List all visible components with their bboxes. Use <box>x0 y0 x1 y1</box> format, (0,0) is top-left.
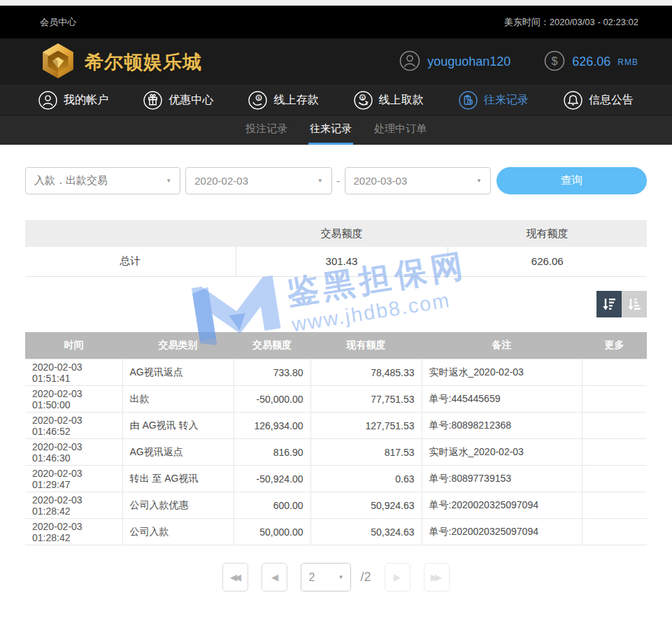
sub-nav: 投注记录 往来记录 处理中订单 <box>0 115 672 145</box>
nav-item-my-account[interactable]: 我的帐户 <box>38 91 108 110</box>
cell-trade-amount: 733.80 <box>234 359 310 386</box>
top-bar: 会员中心 美东时间：2020/03/03 - 02:23:02 <box>0 6 672 38</box>
first-page-button[interactable]: ◀◀ <box>222 563 248 592</box>
summary-trade-amount: 301.43 <box>236 247 448 276</box>
nav-item-announcements[interactable]: 信息公告 <box>564 91 634 110</box>
username: youguohan120 <box>427 55 510 69</box>
cell-trade-amount: 600.00 <box>234 492 310 519</box>
brand-logo-icon <box>40 43 76 82</box>
summary-total-row: 总计 301.43 626.06 <box>25 247 647 276</box>
table-row: 2020-02-03 01:51:41 AG视讯返点 733.80 78,485… <box>25 359 647 386</box>
cell-remark: 单号:80897739153 <box>422 466 582 492</box>
cell-type: 转出 至 AG视讯 <box>122 466 234 492</box>
cell-trade-amount: 816.90 <box>234 439 310 466</box>
nav-label: 信息公告 <box>589 93 634 108</box>
browser-top-strip <box>0 0 672 6</box>
cell-type: AG视讯返点 <box>122 359 234 386</box>
dollar-icon: $ <box>544 50 565 74</box>
chevron-down-icon: ▼ <box>476 178 482 184</box>
cell-balance: 77,751.53 <box>310 386 422 413</box>
cell-type: 出款 <box>122 386 234 413</box>
cell-trade-amount: -50,924.00 <box>234 466 310 492</box>
transaction-type-select[interactable]: 入款．出款交易 ▼ <box>25 167 180 194</box>
cell-time: 2020-02-03 01:46:52 <box>25 413 122 439</box>
records-header-row: 时间 交易类别 交易额度 现有额度 备注 更多 <box>25 332 647 359</box>
cell-type: AG视讯返点 <box>122 439 234 466</box>
cell-trade-amount: 126,934.00 <box>234 413 310 439</box>
balance: $ 626.06 RMB <box>544 50 638 74</box>
first-page-icon: ◀◀ <box>230 572 238 582</box>
nav-item-promotions[interactable]: 优惠中心 <box>143 91 213 110</box>
date-range-separator: - <box>334 175 343 187</box>
sort-descending-button[interactable] <box>596 291 622 317</box>
date-to-select[interactable]: 2020-03-03 ▼ <box>345 167 491 194</box>
server-time: 美东时间：2020/03/03 - 02:23:02 <box>504 16 638 29</box>
chevron-down-icon: ▼ <box>317 178 323 184</box>
cell-balance: 50,924.63 <box>310 492 422 519</box>
nav-item-transaction-records[interactable]: 往来记录 <box>459 91 529 110</box>
tab-pending-orders[interactable]: 处理中订单 <box>373 115 428 145</box>
select-value: 2020-02-03 <box>194 175 248 187</box>
sort-ascending-icon <box>627 296 642 312</box>
nav-item-withdrawal[interactable]: $ 线上取款 <box>354 91 424 110</box>
gift-icon <box>143 91 162 110</box>
bell-icon <box>564 91 582 110</box>
user-account[interactable]: youguohan120 <box>399 50 510 74</box>
brand[interactable]: 希尔顿娱乐城 <box>40 43 202 82</box>
prev-page-icon: ◀ <box>271 572 276 582</box>
records-icon <box>459 91 478 110</box>
tab-transaction-records[interactable]: 往来记录 <box>308 115 353 145</box>
nav-item-deposit[interactable]: $ 线上存款 <box>248 91 318 110</box>
summary-total-label: 总计 <box>25 247 236 276</box>
svg-text:$: $ <box>552 55 558 67</box>
cell-remark: 单号:2020020325097094 <box>422 492 582 519</box>
page-select[interactable]: 2 ▼ <box>301 563 351 592</box>
chevron-down-icon: ▼ <box>166 178 171 184</box>
withdrawal-icon: $ <box>354 91 373 110</box>
site-header: 希尔顿娱乐城 youguohan120 $ 626.06 RMB <box>0 38 672 85</box>
col-time: 时间 <box>25 332 122 359</box>
next-page-button[interactable]: ▶ <box>385 563 410 592</box>
summary-balance: 626.06 <box>448 247 647 276</box>
table-row: 2020-02-03 01:29:47 转出 至 AG视讯 -50,924.00… <box>25 466 647 492</box>
cell-remark: 单号:80898212368 <box>422 413 582 439</box>
cell-time: 2020-02-03 01:28:42 <box>25 492 122 519</box>
main-nav: 我的帐户 优惠中心 $ 线上存款 $ 线上取款 <box>0 85 672 115</box>
page-title: 会员中心 <box>40 16 76 29</box>
cell-time: 2020-02-03 01:29:47 <box>25 466 122 492</box>
cell-balance: 817.53 <box>310 439 422 466</box>
nav-label: 线上取款 <box>379 93 424 108</box>
cell-remark: 单号:2020020325097094 <box>422 519 582 545</box>
svg-text:$: $ <box>361 95 364 100</box>
sort-ascending-button[interactable] <box>622 291 647 317</box>
cell-trade-amount: 50,000.00 <box>234 519 310 545</box>
sort-descending-icon <box>601 296 617 312</box>
cell-more <box>582 466 647 492</box>
cell-time: 2020-02-03 01:51:41 <box>25 359 122 386</box>
summary-header-balance: 现有额度 <box>448 220 647 247</box>
nav-label: 我的帐户 <box>64 93 108 108</box>
summary-header-row: 交易额度 现有额度 <box>25 220 647 247</box>
cell-type: 公司入款 <box>122 519 234 545</box>
summary-header-empty <box>25 220 236 247</box>
content-area: 入款．出款交易 ▼ 2020-02-03 ▼ - 2020-03-03 ▼ 查询… <box>0 145 672 592</box>
date-from-select[interactable]: 2020-02-03 ▼ <box>185 167 331 194</box>
col-more: 更多 <box>582 332 647 359</box>
query-button[interactable]: 查询 <box>496 167 647 194</box>
cell-more <box>582 519 647 545</box>
cell-balance: 78,485.33 <box>310 359 422 386</box>
cell-time: 2020-02-03 01:46:30 <box>25 439 122 466</box>
nav-label: 往来记录 <box>484 93 529 108</box>
nav-label: 优惠中心 <box>169 93 213 108</box>
chevron-down-icon: ▼ <box>338 574 344 580</box>
cell-remark: 实时返水_2020-02-03 <box>422 359 582 386</box>
currency-label: RMB <box>617 57 638 67</box>
cell-more <box>582 492 647 519</box>
last-page-button[interactable]: ▶▶ <box>424 563 450 592</box>
page-select-value: 2 <box>308 571 315 584</box>
tab-betting-records[interactable]: 投注记录 <box>244 115 289 145</box>
col-remark: 备注 <box>422 332 582 359</box>
cell-trade-amount: -50,000.00 <box>234 386 310 413</box>
prev-page-button[interactable]: ◀ <box>262 563 287 592</box>
cell-more <box>582 413 647 439</box>
